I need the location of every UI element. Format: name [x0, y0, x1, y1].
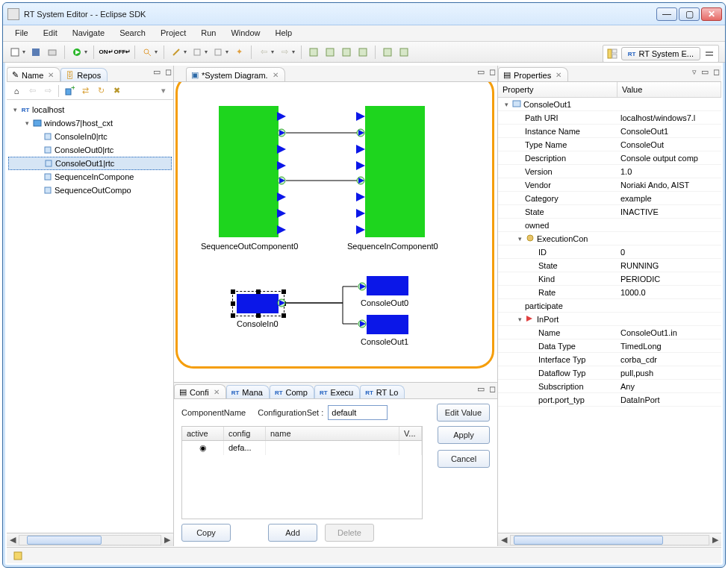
property-row[interactable]: Categoryexample: [498, 192, 721, 205]
home-icon[interactable]: ⌂: [10, 84, 23, 98]
tree-item[interactable]: SequenceInCompone: [8, 170, 172, 184]
tool-a-icon[interactable]: [306, 45, 321, 60]
property-row[interactable]: Version1.0: [498, 165, 721, 178]
link-icon[interactable]: ⇄: [78, 84, 92, 98]
menu-edit[interactable]: Edit: [36, 25, 65, 41]
close-icon[interactable]: ✕: [214, 388, 220, 396]
close-button[interactable]: ✕: [701, 7, 722, 21]
refresh-icon[interactable]: ↻: [94, 84, 108, 98]
apply-button[interactable]: Apply: [438, 426, 490, 444]
fwd-icon[interactable]: ⇨: [41, 84, 55, 98]
menu-file[interactable]: File: [7, 25, 36, 41]
tool-c-icon[interactable]: [339, 45, 354, 60]
maximize-view-icon[interactable]: ◻: [489, 67, 496, 77]
tree-item[interactable]: ConsoleIn0|rtc: [8, 130, 172, 143]
nameservice-tree[interactable]: ▾RT localhost ▾ windows7|host_cxt Consol…: [7, 100, 173, 533]
port-icon[interactable]: [277, 112, 287, 122]
maximize-view-icon[interactable]: ◻: [165, 67, 172, 77]
console-out0[interactable]: [367, 276, 408, 295]
property-row[interactable]: ▾ConsoleOut1: [498, 98, 721, 111]
print-icon[interactable]: [45, 45, 60, 60]
port-icon[interactable]: [356, 209, 367, 219]
radio-icon[interactable]: ◉: [199, 443, 207, 452]
tool3-icon[interactable]: [211, 45, 225, 60]
tab-properties[interactable]: ▤ Properties ✕: [498, 67, 568, 81]
port-icon[interactable]: [356, 225, 367, 236]
table-row[interactable]: ◉ defa...: [182, 441, 422, 455]
on-icon[interactable]: ON↵: [99, 45, 113, 60]
col-name[interactable]: name: [266, 427, 399, 440]
minimize-view-icon[interactable]: ▭: [477, 67, 485, 77]
minimize-view-icon[interactable]: ▭: [477, 384, 485, 394]
tool2-icon[interactable]: [190, 45, 205, 60]
tool-f-icon[interactable]: [396, 45, 411, 60]
menu-run[interactable]: Run: [193, 25, 223, 41]
tree-root[interactable]: ▾RT localhost: [8, 103, 172, 116]
perspective-rt-system[interactable]: RT RT System E...: [621, 47, 700, 60]
copy-button[interactable]: Copy: [181, 524, 231, 542]
property-row[interactable]: participate: [498, 299, 721, 313]
property-row[interactable]: owned: [498, 219, 721, 232]
port-icon[interactable]: [358, 319, 368, 330]
view-menu-icon[interactable]: ▿: [692, 67, 697, 77]
minimize-view-icon[interactable]: ▭: [701, 67, 709, 77]
port-icon[interactable]: [277, 145, 287, 155]
tree-item[interactable]: ConsoleOut0|rtc: [8, 143, 172, 157]
tool-d-icon[interactable]: [355, 45, 370, 60]
menu-icon[interactable]: ▾: [157, 84, 170, 98]
new-icon[interactable]: [7, 45, 22, 60]
property-row[interactable]: Path URIlocalhost/windows7.l: [498, 111, 721, 125]
col-value[interactable]: V...: [399, 427, 422, 440]
perspective-menu-icon[interactable]: [702, 46, 717, 61]
property-row[interactable]: Dataflow Typpull,push: [498, 366, 721, 380]
tree-item[interactable]: SequenceOutCompo: [8, 184, 172, 197]
tab-rtlo[interactable]: RTRT Lo: [360, 385, 405, 398]
property-row[interactable]: Type NameConsoleOut: [498, 138, 721, 151]
menu-help[interactable]: Help: [268, 25, 300, 41]
menu-navigate[interactable]: Navigate: [65, 25, 112, 41]
menu-window[interactable]: Window: [223, 25, 267, 41]
tree-item-selected[interactable]: ConsoleOut1|rtc: [8, 157, 172, 170]
menu-search[interactable]: Search: [112, 25, 153, 41]
maximize-view-icon[interactable]: ◻: [713, 67, 720, 77]
property-row[interactable]: NameConsoleOut1.in: [498, 326, 721, 339]
port-icon[interactable]: [356, 192, 367, 203]
open-perspective-icon[interactable]: [605, 46, 620, 61]
port-icon[interactable]: [356, 128, 367, 139]
sequence-out-component[interactable]: [219, 106, 279, 237]
run-icon[interactable]: [69, 45, 84, 60]
property-row[interactable]: ▾ExecutionCon: [498, 232, 721, 245]
property-row[interactable]: DescriptionConsole output comp: [498, 151, 721, 165]
tree-ctx[interactable]: ▾ windows7|host_cxt: [8, 116, 172, 130]
port-icon[interactable]: [356, 145, 367, 155]
status-icon[interactable]: [11, 549, 25, 563]
minimize-button[interactable]: —: [656, 7, 677, 21]
off-icon[interactable]: OFF↵: [115, 45, 130, 60]
fwd-icon[interactable]: ⇨: [277, 45, 292, 60]
add-button[interactable]: Add: [268, 524, 317, 542]
close-icon[interactable]: ✕: [48, 71, 54, 79]
tab-config[interactable]: ▤Confi✕: [174, 384, 226, 398]
tab-execu[interactable]: RTExecu: [314, 385, 360, 398]
add-ns-icon[interactable]: +: [63, 84, 76, 98]
property-row[interactable]: Rate1000.0: [498, 286, 721, 299]
port-icon[interactable]: [277, 225, 287, 236]
property-row[interactable]: StateRUNNING: [498, 259, 721, 272]
console-out1[interactable]: [367, 315, 408, 334]
wand-icon[interactable]: [169, 45, 184, 60]
menu-project[interactable]: Project: [153, 25, 193, 41]
property-row[interactable]: KindPERIODIC: [498, 272, 721, 286]
property-row[interactable]: Instance NameConsoleOut1: [498, 125, 721, 138]
port-icon[interactable]: [277, 192, 287, 203]
config-table[interactable]: active config name V... ◉ defa...: [181, 426, 423, 519]
property-row[interactable]: port.port_typDataInPort: [498, 393, 721, 407]
port-icon[interactable]: [277, 176, 287, 187]
delete-icon[interactable]: ✖: [110, 84, 123, 98]
hscrollbar[interactable]: ◀ ▶: [498, 533, 721, 546]
tab-system-diagram[interactable]: ▣ *System Diagram. ✕: [186, 67, 285, 81]
port-icon[interactable]: [358, 282, 368, 292]
console-in0[interactable]: [237, 294, 279, 313]
tab-repos[interactable]: 🗄 Repos: [60, 68, 108, 81]
port-icon[interactable]: [356, 176, 367, 187]
pin-icon[interactable]: ✦: [231, 45, 246, 60]
